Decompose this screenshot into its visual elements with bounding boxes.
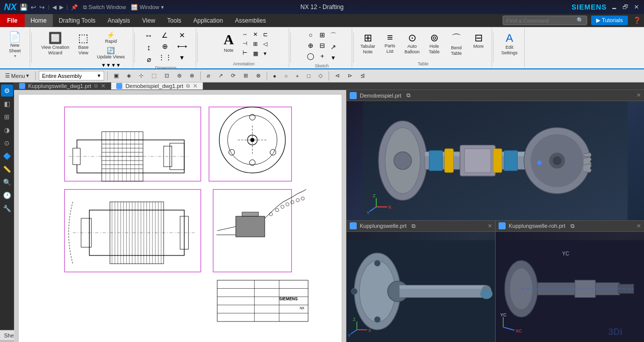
window-btn[interactable]: 🪟 Window ▾ xyxy=(131,4,164,11)
sidebar-constraint-icon[interactable]: ⊙ xyxy=(1,137,13,149)
update-views-btn[interactable]: 🔄 Update Views xyxy=(96,46,126,60)
dim-h-btn[interactable]: ↔ xyxy=(143,30,154,41)
tb2-icon4[interactable]: ⬚ xyxy=(148,71,159,80)
kupplungswelle-roh-pane-close[interactable]: ✕ xyxy=(636,223,641,229)
tb2-icon6[interactable]: ⊛ xyxy=(174,71,185,80)
dim-x-btn[interactable]: ✕ xyxy=(176,30,189,40)
tabular-note-btn[interactable]: ⊞ TabularNote xyxy=(358,30,378,56)
menu-home[interactable]: Home xyxy=(25,14,53,27)
base-view-btn[interactable]: ⬚ BaseView xyxy=(73,30,94,57)
tb2-icon17[interactable]: ◇ xyxy=(315,71,326,80)
file-menu[interactable]: File xyxy=(0,14,25,27)
forward-icon[interactable]: ▶ xyxy=(59,4,63,11)
sketch-b1[interactable]: ○ xyxy=(305,30,316,40)
dim-s-btn[interactable]: ⟷ xyxy=(176,41,189,51)
menu-drafting-tools[interactable]: Drafting Tools xyxy=(53,14,102,27)
sidebar-layers-icon[interactable]: ◧ xyxy=(1,98,13,110)
tb2-icon13[interactable]: ● xyxy=(270,72,280,80)
assembly-dropdown[interactable]: Entire Assembly ▾ xyxy=(39,71,104,80)
annot-b7[interactable]: ⊏ xyxy=(262,30,269,39)
sidebar-clock-icon[interactable]: 🕐 xyxy=(1,189,13,201)
tb2-icon7[interactable]: ⊕ xyxy=(187,71,197,80)
menu-application[interactable]: Application xyxy=(187,14,229,27)
menu-btn[interactable]: ☰ Menu ▾ xyxy=(2,71,32,80)
sketch-b9[interactable]: ▾ xyxy=(329,53,338,62)
annot-b6[interactable]: ▦ xyxy=(252,49,260,58)
view-more-btn[interactable]: ▼▼▼▼ xyxy=(96,61,126,69)
note-btn[interactable]: A Note xyxy=(219,30,239,55)
undo-icon[interactable]: ↩ xyxy=(31,4,36,11)
demobeispiel-3d-view[interactable]: X Z Y xyxy=(347,101,644,220)
sketch-b6[interactable]: + xyxy=(318,51,327,61)
demobeispiel-pane-close[interactable]: ✕ xyxy=(636,92,641,99)
tb2-icon2[interactable]: ◈ xyxy=(124,71,134,80)
save-icon[interactable]: 💾 xyxy=(20,4,28,11)
tab-demobeispiel-restore[interactable]: ⧉ xyxy=(186,83,190,89)
menu-view[interactable]: View xyxy=(136,14,162,27)
dim-more2-btn[interactable]: ▾ xyxy=(176,52,189,62)
tb2-icon10[interactable]: ⟳ xyxy=(228,71,238,80)
view-creation-wizard-btn[interactable]: 🔲 View CreationWizard xyxy=(39,30,71,57)
tb2-icon14[interactable]: ○ xyxy=(281,72,291,80)
tab-kupplungswelle-close[interactable]: ✕ xyxy=(101,82,106,90)
tutorials-btn[interactable]: ▶ Tutorials xyxy=(591,16,628,25)
sketch-b2[interactable]: ⊕ xyxy=(305,41,316,50)
sketch-b7[interactable]: ⌒ xyxy=(329,30,338,41)
tb2-icon11[interactable]: ⊞ xyxy=(240,71,251,80)
menu-tools[interactable]: Tools xyxy=(161,14,187,27)
dim-a-btn[interactable]: ∠ xyxy=(156,30,174,40)
menu-analysis[interactable]: Analysis xyxy=(102,14,136,27)
kupplungswelle-pane-close[interactable]: ✕ xyxy=(488,223,492,229)
help-icon[interactable]: ❓ xyxy=(630,17,644,24)
close-btn[interactable]: ✕ xyxy=(633,4,640,11)
sidebar-settings-icon[interactable]: ⚙ xyxy=(1,84,13,97)
sketch-b3[interactable]: ◯ xyxy=(305,51,316,61)
sidebar-search-icon[interactable]: 🔍 xyxy=(1,176,13,188)
tab-kupplungswelle-restore[interactable]: ⧉ xyxy=(94,83,98,89)
more-table-btn[interactable]: ⊟ More xyxy=(468,30,489,51)
restore-btn[interactable]: 🗗 xyxy=(622,4,629,11)
tb2-icon20[interactable]: ⊴ xyxy=(357,71,368,80)
sketch-b5[interactable]: ⊟ xyxy=(318,41,327,50)
edit-settings-btn[interactable]: A EditSettings xyxy=(499,30,520,57)
kupplungswelle-roh-pane-restore[interactable]: ⧉ xyxy=(571,223,575,229)
dim-more-btn[interactable]: ⋮⋮ xyxy=(156,52,174,62)
auto-balloon-btn[interactable]: ⊙ AutoBalloon xyxy=(402,30,422,56)
tb2-icon3[interactable]: ⊹ xyxy=(136,71,146,80)
sketch-b4[interactable]: ⊞ xyxy=(318,30,327,40)
menu-assemblies[interactable]: Assemblies xyxy=(229,14,272,27)
sidebar-measure-icon[interactable]: 📏 xyxy=(1,163,13,175)
parts-list-btn[interactable]: ≡ PartsList xyxy=(380,30,400,56)
sidebar-tools-icon[interactable]: 🔧 xyxy=(1,202,13,214)
tb2-icon9[interactable]: ↗ xyxy=(215,71,226,80)
annot-b4[interactable]: ✕ xyxy=(252,30,260,39)
dim-v-btn[interactable]: ↕ xyxy=(143,42,154,53)
annot-b9[interactable]: ▾ xyxy=(262,49,269,58)
tb2-icon15[interactable]: + xyxy=(293,72,302,80)
bend-table-btn[interactable]: ⌒ BendTable xyxy=(446,30,466,58)
tb2-icon1[interactable]: ▣ xyxy=(111,71,122,80)
back-icon[interactable]: ◀ xyxy=(52,4,56,11)
search-bar[interactable]: 🔍 xyxy=(503,16,587,25)
redo-icon[interactable]: ↪ xyxy=(39,4,45,11)
sketch-b8[interactable]: ↗ xyxy=(329,42,338,52)
annot-b2[interactable]: ⊣ xyxy=(241,39,250,48)
kupplungswelle-3d-view[interactable]: X Z Y xyxy=(347,232,495,342)
hole-table-btn[interactable]: ⊚ HoleTable xyxy=(424,30,444,56)
sidebar-3d-icon[interactable]: 🔷 xyxy=(1,150,13,162)
dim-r-btn[interactable]: ⌀ xyxy=(143,54,154,64)
rapid-btn[interactable]: ⚡ Rapid xyxy=(96,30,126,45)
kupplungswelle-roh-3d-view[interactable]: YC xyxy=(496,232,644,342)
switch-window-btn[interactable]: ⧉ Switch Window xyxy=(83,4,126,11)
left-drawing-pane[interactable]: SIEMENS NX xyxy=(14,90,346,342)
dim-c-btn[interactable]: ⊕ xyxy=(156,41,174,51)
annot-b1[interactable]: ↔ xyxy=(241,30,250,38)
tb2-icon18[interactable]: ⊲ xyxy=(332,71,343,80)
sidebar-parts-icon[interactable]: ⊞ xyxy=(1,111,13,123)
pin-icon[interactable]: 📌 xyxy=(71,4,78,11)
tb2-icon8[interactable]: ⌀ xyxy=(204,71,213,80)
tab-demobeispiel-close[interactable]: ✕ xyxy=(193,82,198,90)
annot-b3[interactable]: ⊢ xyxy=(241,49,250,57)
new-sheet-dropdown[interactable]: ▾ xyxy=(14,54,16,58)
minimize-btn[interactable]: 🗕 xyxy=(611,4,618,11)
